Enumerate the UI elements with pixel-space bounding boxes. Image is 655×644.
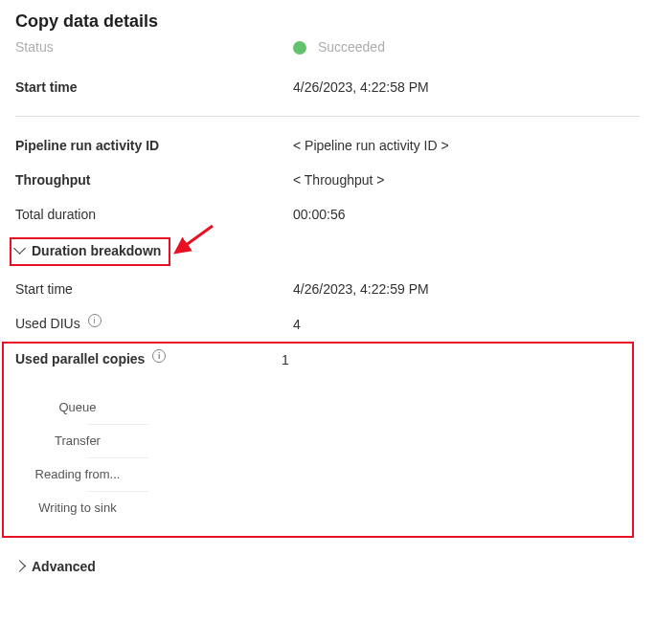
used-parallel-row: Used parallel copies i 1 [15,351,621,377]
stage-writing-sink: Writing to sink [15,491,140,524]
panel-title: Copy data details [15,11,640,32]
breakdown-start-time-value: 4/26/2023, 4:22:59 PM [293,281,640,297]
throughput-label: Throughput [15,172,293,188]
used-dius-row: Used DIUs i 4 [15,306,640,342]
breakdown-start-time-row: Start time 4/26/2023, 4:22:59 PM [15,272,640,306]
status-label: Status [15,39,293,55]
duration-breakdown-toggle[interactable]: Duration breakdown [32,243,161,258]
status-row: Status Succeeded [15,39,640,70]
stage-transfer: Transfer [15,424,140,457]
status-value-wrap: Succeeded [293,39,640,55]
used-dius-label: Used DIUs i [15,316,293,332]
separator [15,116,640,117]
start-time-value: 4/26/2023, 4:22:58 PM [293,79,640,95]
used-dius-value: 4 [293,317,640,332]
svg-line-0 [178,226,213,251]
used-parallel-value: 1 [282,352,621,367]
throughput-value: < Throughput > [293,172,640,188]
highlight-parallel-copies-section: Used parallel copies i 1 Queue Transfer … [2,342,634,538]
status-value: Succeeded [318,39,385,55]
chevron-right-icon [13,560,26,572]
throughput-row: Throughput < Throughput > [15,163,640,197]
pipeline-id-row: Pipeline run activity ID < Pipeline run … [15,128,640,163]
total-duration-label: Total duration [15,207,293,222]
used-parallel-label-text: Used parallel copies [15,351,145,366]
chevron-down-icon[interactable] [13,242,26,255]
pipeline-id-label: Pipeline run activity ID [15,138,293,153]
breakdown-start-time-label: Start time [15,281,293,297]
success-icon [293,41,306,55]
info-icon[interactable]: i [88,314,102,327]
info-icon[interactable]: i [152,349,166,363]
advanced-label: Advanced [32,559,96,574]
total-duration-value: 00:00:56 [293,207,640,222]
stage-queue: Queue [15,390,140,424]
annotation-arrow-icon [172,222,216,256]
pipeline-id-value: < Pipeline run activity ID > [293,138,640,153]
stage-reading-from: Reading from... [15,457,140,491]
start-time-label: Start time [15,79,293,95]
start-time-row: Start time 4/26/2023, 4:22:58 PM [15,70,640,104]
used-dius-label-text: Used DIUs [15,316,80,331]
total-duration-row: Total duration 00:00:56 [15,197,640,232]
highlight-duration-breakdown: Duration breakdown [10,237,170,266]
duration-sub-stages: Queue Transfer Reading from... Writing t… [15,390,140,524]
used-parallel-label: Used parallel copies i [15,351,282,367]
advanced-toggle[interactable]: Advanced [15,559,640,574]
